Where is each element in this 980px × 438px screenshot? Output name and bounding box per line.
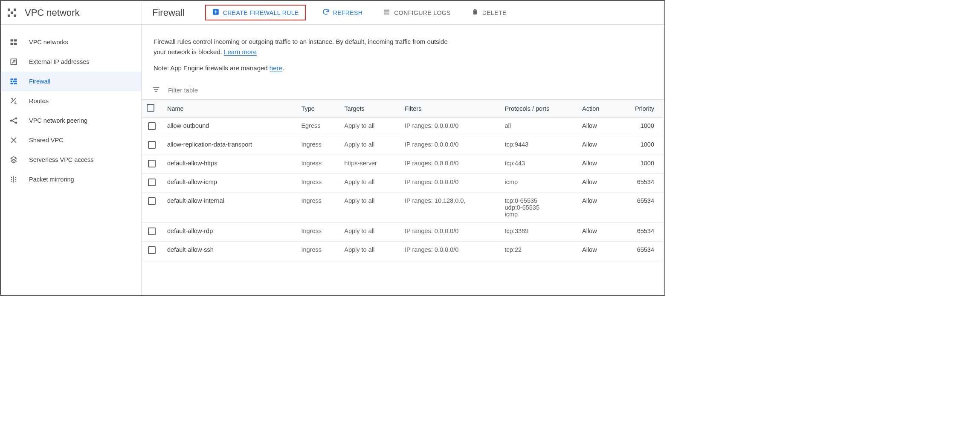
sidebar-item-label: External IP addresses <box>29 58 90 65</box>
cell-name[interactable]: allow-replication-data-transport <box>162 136 296 155</box>
subnet-icon <box>9 38 18 46</box>
table-row[interactable]: default-allow-internalIngressApply to al… <box>142 193 664 223</box>
filter-placeholder[interactable]: Filter table <box>168 86 198 94</box>
svg-rect-9 <box>11 39 14 41</box>
cell-name[interactable]: default-allow-ssh <box>162 242 296 260</box>
svg-rect-3 <box>14 14 16 17</box>
cell-targets: Apply to all <box>339 223 400 242</box>
row-checkbox-cell[interactable] <box>142 223 162 242</box>
checkbox-icon <box>148 197 156 205</box>
cell-filters: IP ranges: 0.0.0.0/0 <box>400 223 500 242</box>
sidebar-item-label: Serverless VPC access <box>29 156 94 163</box>
svg-point-22 <box>15 122 17 123</box>
configure-logs-button[interactable]: CONFIGURE LOGS <box>379 6 455 20</box>
cell-type: Ingress <box>296 193 339 223</box>
cell-protocols: all <box>500 118 577 136</box>
cell-priority: 65534 <box>616 242 664 260</box>
cell-action: Allow <box>577 174 616 193</box>
cell-protocols: icmp <box>500 174 577 193</box>
cell-filters: IP ranges: 0.0.0.0/0 <box>400 155 500 174</box>
checkbox-icon <box>148 179 156 186</box>
product-title-cell: VPC network <box>1 1 142 24</box>
table-row[interactable]: allow-outboundEgressApply to allIP range… <box>142 118 664 136</box>
learn-more-link[interactable]: Learn more <box>224 48 257 56</box>
col-protocols[interactable]: Protocols / ports <box>500 100 577 118</box>
cell-targets: Apply to all <box>339 174 400 193</box>
row-checkbox-cell[interactable] <box>142 136 162 155</box>
cell-action: Allow <box>577 155 616 174</box>
sidebar-item-label: VPC networks <box>29 39 68 46</box>
svg-rect-0 <box>8 9 10 11</box>
external-ip-icon <box>9 58 18 66</box>
sidebar-item-label: Shared VPC <box>29 137 64 144</box>
sidebar-item-serverless-vpc[interactable]: Serverless VPC access <box>1 150 141 170</box>
row-checkbox-cell[interactable] <box>142 174 162 193</box>
sidebar-item-peering[interactable]: VPC network peering <box>1 111 141 130</box>
sidebar-item-external-ip[interactable]: External IP addresses <box>1 52 141 72</box>
cell-targets: Apply to all <box>339 193 400 223</box>
cell-targets: https-server <box>339 155 400 174</box>
col-priority[interactable]: Priority <box>616 100 664 118</box>
svg-point-28 <box>15 179 17 180</box>
cell-action: Allow <box>577 193 616 223</box>
cell-priority: 1000 <box>616 118 664 136</box>
cell-protocols: tcp:3389 <box>500 223 577 242</box>
delete-button[interactable]: DELETE <box>467 6 511 20</box>
plus-icon <box>212 8 220 17</box>
svg-rect-19 <box>14 83 17 84</box>
cell-action: Allow <box>577 136 616 155</box>
checkbox-icon <box>148 141 156 149</box>
svg-point-21 <box>15 118 17 119</box>
sidebar-item-vpc-networks[interactable]: VPC networks <box>1 32 141 52</box>
cell-name[interactable]: default-allow-https <box>162 155 296 174</box>
cell-targets: Apply to all <box>339 136 400 155</box>
table-row[interactable]: default-allow-rdpIngressApply to allIP r… <box>142 223 664 242</box>
row-checkbox-cell[interactable] <box>142 118 162 136</box>
sidebar: VPC networks External IP addresses Firew… <box>1 25 142 295</box>
row-checkbox-cell[interactable] <box>142 242 162 260</box>
sidebar-item-shared-vpc[interactable]: Shared VPC <box>1 130 141 150</box>
col-filters[interactable]: Filters <box>400 100 500 118</box>
col-action[interactable]: Action <box>577 100 616 118</box>
svg-point-29 <box>15 181 17 182</box>
table-row[interactable]: allow-replication-data-transportIngressA… <box>142 136 664 155</box>
cell-name[interactable]: allow-outbound <box>162 118 296 136</box>
list-icon <box>383 8 391 17</box>
cell-type: Ingress <box>296 155 339 174</box>
configure-logs-label: CONFIGURE LOGS <box>394 9 450 16</box>
routes-icon <box>9 97 18 105</box>
sidebar-item-firewall[interactable]: Firewall <box>1 72 141 91</box>
create-firewall-rule-button[interactable]: CREATE FIREWALL RULE <box>205 5 306 20</box>
svg-rect-2 <box>8 14 10 17</box>
table-row[interactable]: default-allow-sshIngressApply to allIP r… <box>142 242 664 260</box>
select-all-header[interactable] <box>142 100 162 118</box>
svg-rect-8 <box>384 14 389 14</box>
filter-row: Filter table <box>142 81 664 99</box>
vpc-network-logo-icon <box>7 8 17 18</box>
refresh-button[interactable]: REFRESH <box>318 6 367 20</box>
cell-priority: 1000 <box>616 136 664 155</box>
cell-name[interactable]: default-allow-internal <box>162 193 296 223</box>
sidebar-item-routes[interactable]: Routes <box>1 91 141 111</box>
checkbox-icon <box>147 104 154 112</box>
refresh-icon <box>322 8 330 17</box>
svg-point-20 <box>11 120 12 121</box>
trash-icon <box>471 8 479 17</box>
table-row[interactable]: default-allow-httpsIngresshttps-serverIP… <box>142 155 664 174</box>
cell-type: Ingress <box>296 223 339 242</box>
table-row[interactable]: default-allow-icmpIngressApply to allIP … <box>142 174 664 193</box>
firewall-rules-table: Name Type Targets Filters Protocols / po… <box>142 99 664 260</box>
col-type[interactable]: Type <box>296 100 339 118</box>
peering-icon <box>9 116 18 125</box>
row-checkbox-cell[interactable] <box>142 193 162 223</box>
note-here-link[interactable]: here <box>270 64 282 72</box>
cell-type: Egress <box>296 118 339 136</box>
row-checkbox-cell[interactable] <box>142 155 162 174</box>
svg-point-25 <box>11 179 12 180</box>
cell-protocols: tcp:9443 <box>500 136 577 155</box>
sidebar-item-packet-mirroring[interactable]: Packet mirroring <box>1 170 141 189</box>
col-name[interactable]: Name <box>162 100 296 118</box>
cell-name[interactable]: default-allow-rdp <box>162 223 296 242</box>
col-targets[interactable]: Targets <box>339 100 400 118</box>
cell-name[interactable]: default-allow-icmp <box>162 174 296 193</box>
